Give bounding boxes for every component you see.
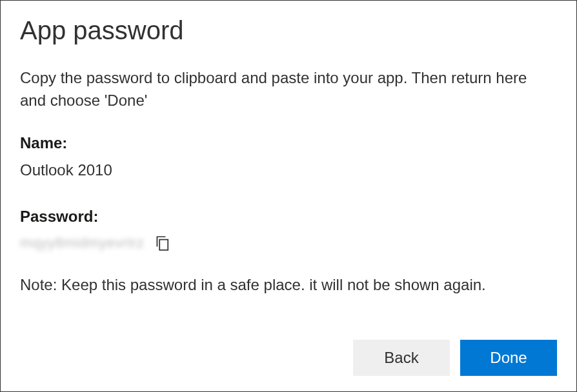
instruction-text: Copy the password to clipboard and paste… bbox=[20, 67, 549, 112]
password-value: mqyy8midmyevrtrz bbox=[20, 235, 145, 251]
app-password-dialog: App password Copy the password to clipbo… bbox=[0, 0, 577, 392]
back-button[interactable]: Back bbox=[353, 340, 450, 376]
password-row: mqyy8midmyevrtrz bbox=[20, 235, 557, 251]
name-label: Name: bbox=[20, 134, 557, 152]
name-value: Outlook 2010 bbox=[20, 161, 557, 179]
done-button[interactable]: Done bbox=[460, 340, 557, 376]
button-row: Back Done bbox=[353, 340, 557, 376]
password-label: Password: bbox=[20, 208, 557, 226]
svg-rect-0 bbox=[159, 239, 168, 250]
copy-icon[interactable] bbox=[154, 235, 170, 251]
dialog-title: App password bbox=[20, 16, 557, 45]
note-text: Note: Keep this password in a safe place… bbox=[20, 276, 557, 294]
